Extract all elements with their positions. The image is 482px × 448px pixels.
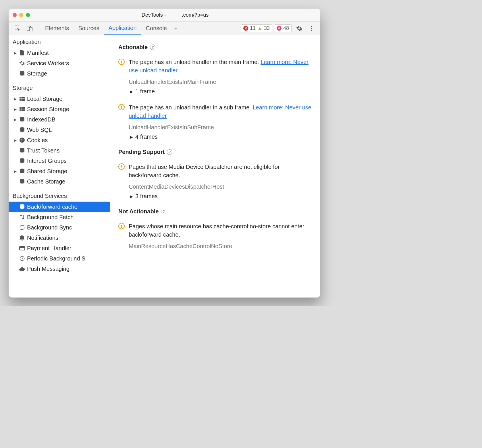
window-controls bbox=[13, 13, 30, 17]
updown-icon bbox=[19, 214, 25, 220]
settings-icon[interactable] bbox=[296, 25, 303, 32]
warning-icon: ! bbox=[118, 59, 125, 65]
sidebar-item-cache-storage[interactable]: Cache Storage bbox=[9, 176, 110, 187]
sidebar-item-label: Cache Storage bbox=[27, 178, 65, 185]
expand-caret[interactable]: ▶ bbox=[13, 107, 17, 111]
sidebar-item-label: Notifications bbox=[27, 235, 58, 241]
issue-row: !Pages whose main resource has cache-con… bbox=[118, 222, 312, 239]
sidebar-item-shared-storage[interactable]: ▶Shared Storage bbox=[9, 166, 110, 176]
learn-more-link[interactable]: Learn more: Never use unload handler bbox=[129, 59, 309, 74]
svg-rect-10 bbox=[20, 99, 21, 101]
issue-code: UnloadHandlerExistsInSubFrame bbox=[129, 124, 312, 131]
expand-caret[interactable]: ▶ bbox=[13, 169, 17, 173]
clock-icon bbox=[19, 256, 25, 261]
svg-point-22 bbox=[21, 139, 22, 140]
svg-point-3 bbox=[311, 26, 312, 27]
svg-rect-30 bbox=[20, 246, 25, 250]
sidebar-item-background-fetch[interactable]: Background Fetch bbox=[9, 212, 110, 222]
expand-caret[interactable]: ▶ bbox=[13, 117, 17, 122]
sidebar-item-label: Payment Handler bbox=[27, 245, 72, 252]
sidebar-item-trust-tokens[interactable]: Trust Tokens bbox=[9, 145, 110, 156]
svg-point-5 bbox=[311, 30, 312, 31]
issues-status[interactable]: ✕48 bbox=[274, 24, 292, 32]
titlebar: DevTools - .com/?p=us bbox=[9, 9, 320, 21]
issue-message: Pages that use Media Device Dispatcher a… bbox=[129, 163, 312, 179]
svg-rect-7 bbox=[20, 97, 21, 99]
device-toggle-icon[interactable] bbox=[26, 25, 33, 32]
sidebar-item-local-storage[interactable]: ▶Local Storage bbox=[9, 94, 110, 104]
sidebar-item-storage[interactable]: Storage bbox=[9, 68, 110, 79]
window-title: DevTools - .com/?p=us bbox=[34, 12, 316, 18]
learn-more-link[interactable]: Learn more: Never use unload handler bbox=[129, 104, 311, 119]
sidebar-item-background-sync[interactable]: Background Sync bbox=[9, 222, 110, 233]
expand-caret[interactable]: ▶ bbox=[13, 51, 17, 55]
frames-expand[interactable]: ▶1 frame bbox=[130, 88, 312, 95]
sidebar-item-label: Service Workers bbox=[27, 60, 69, 67]
warning-icon: ! bbox=[118, 223, 125, 229]
sidebar-item-back-forward-cache[interactable]: Back/forward cache bbox=[9, 202, 110, 212]
sidebar-item-indexeddb[interactable]: ▶IndexedDB bbox=[9, 114, 110, 125]
svg-rect-2 bbox=[29, 27, 32, 31]
help-icon[interactable]: ? bbox=[161, 209, 166, 214]
svg-rect-15 bbox=[23, 107, 25, 109]
bell-icon bbox=[19, 235, 25, 241]
svg-rect-11 bbox=[22, 99, 23, 101]
sidebar-item-cookies[interactable]: ▶Cookies bbox=[9, 135, 110, 145]
sidebar-item-label: Manifest bbox=[27, 50, 49, 56]
sidebar-item-service-workers[interactable]: Service Workers bbox=[9, 58, 110, 68]
sidebar-item-push-messaging[interactable]: Push Messaging bbox=[9, 264, 110, 274]
sidebar-item-interest-groups[interactable]: Interest Groups bbox=[9, 156, 110, 166]
issues-icon: ✕ bbox=[277, 26, 282, 31]
kebab-menu-icon[interactable] bbox=[308, 25, 315, 32]
sidebar-item-manifest[interactable]: ▶Manifest bbox=[9, 48, 110, 58]
sidebar-item-periodic-background-s[interactable]: Periodic Background S bbox=[9, 253, 110, 264]
sidebar-item-label: Cookies bbox=[27, 137, 48, 144]
svg-point-24 bbox=[22, 141, 22, 142]
expand-caret[interactable]: ▶ bbox=[13, 97, 17, 101]
tab-application[interactable]: Application bbox=[104, 21, 141, 35]
issue-row: !The page has an unload handler in a sub… bbox=[118, 103, 312, 120]
more-tabs-icon[interactable]: » bbox=[174, 25, 177, 31]
sidebar-item-notifications[interactable]: Notifications bbox=[9, 233, 110, 243]
issue-message: Pages whose main resource has cache-cont… bbox=[129, 222, 312, 239]
svg-rect-18 bbox=[23, 109, 25, 111]
sidebar-item-payment-handler[interactable]: Payment Handler bbox=[9, 243, 110, 253]
sidebar-item-label: Back/forward cache bbox=[27, 204, 78, 210]
warning-icon: ! bbox=[118, 104, 125, 110]
minimize-button[interactable] bbox=[19, 13, 23, 17]
close-button[interactable] bbox=[13, 13, 17, 17]
db-icon bbox=[19, 117, 25, 122]
sidebar-item-label: Interest Groups bbox=[27, 158, 67, 164]
grid-icon bbox=[19, 97, 25, 101]
expand-caret[interactable]: ▶ bbox=[13, 138, 17, 142]
maximize-button[interactable] bbox=[26, 13, 30, 17]
sidebar-item-session-storage[interactable]: ▶Session Storage bbox=[9, 104, 110, 114]
sidebar-item-web-sql[interactable]: Web SQL bbox=[9, 125, 110, 135]
help-icon[interactable]: ? bbox=[150, 45, 155, 50]
grid-icon bbox=[19, 107, 25, 111]
warning-icon: ! bbox=[118, 163, 125, 170]
db-icon bbox=[19, 71, 25, 76]
inspect-icon[interactable] bbox=[14, 25, 21, 32]
issue-group-heading: Pending Support? bbox=[118, 149, 312, 155]
error-icon: ✕ bbox=[243, 26, 248, 31]
svg-rect-8 bbox=[22, 97, 23, 99]
svg-rect-14 bbox=[22, 107, 23, 109]
frames-expand[interactable]: ▶3 frames bbox=[130, 193, 312, 200]
cloud-icon bbox=[19, 267, 25, 271]
sidebar-item-label: Web SQL bbox=[27, 127, 52, 133]
tab-console[interactable]: Console bbox=[141, 21, 171, 35]
separator bbox=[38, 25, 38, 32]
sidebar-item-label: Local Storage bbox=[27, 96, 62, 102]
db-icon bbox=[19, 169, 25, 174]
sync-icon bbox=[19, 225, 25, 230]
console-status[interactable]: ✕11 ▲33 bbox=[241, 24, 272, 32]
db-icon bbox=[19, 127, 25, 132]
frames-expand[interactable]: ▶4 frames bbox=[130, 134, 312, 140]
svg-rect-12 bbox=[23, 99, 25, 101]
svg-point-21 bbox=[20, 138, 25, 143]
tab-sources[interactable]: Sources bbox=[74, 21, 104, 35]
panel-body: Application▶ManifestService WorkersStora… bbox=[9, 35, 320, 298]
help-icon[interactable]: ? bbox=[167, 149, 172, 155]
tab-elements[interactable]: Elements bbox=[41, 21, 74, 35]
